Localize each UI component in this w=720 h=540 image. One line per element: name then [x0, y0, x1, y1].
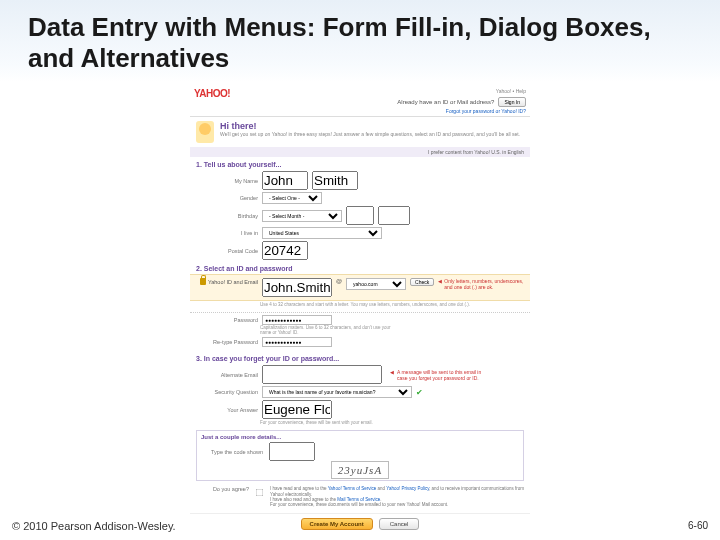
label-name: My Name	[196, 178, 258, 184]
birth-day-input[interactable]	[346, 206, 374, 225]
password-input[interactable]	[262, 315, 332, 325]
tos-link[interactable]: Yahoo! Terms of Service	[328, 486, 377, 491]
label-gender: Gender	[196, 195, 258, 201]
agree-text: I have read and agree to the Yahoo! Term…	[270, 486, 524, 508]
yahoo-signup-form: YAHOO! Yahoo! • Help Already have an ID …	[190, 86, 530, 535]
label-answer: Your Answer	[196, 407, 258, 413]
captcha-input[interactable]	[269, 442, 315, 461]
gender-select[interactable]: - Select One -	[262, 192, 322, 204]
signin-button[interactable]: Sign In	[498, 97, 526, 107]
arrow-left-icon: ◀	[438, 278, 442, 284]
label-retype: Re-type Password	[196, 339, 258, 345]
preference-bar[interactable]: I prefer content from Yahoo! U.S. in Eng…	[190, 147, 530, 157]
id-hint: Only letters, numbers, underscores, and …	[444, 278, 524, 290]
copyright-text: © 2010 Pearson Addison-Wesley.	[12, 520, 176, 532]
label-postal: Postal Code	[196, 248, 258, 254]
alt-email-tip: A message will be sent to this email in …	[397, 369, 486, 381]
agree-checkbox[interactable]	[256, 489, 264, 497]
alt-email-input[interactable]	[262, 365, 382, 384]
section-2-header: 2. Select an ID and password	[190, 261, 530, 274]
birth-month-select[interactable]: - Select Month -	[262, 210, 342, 222]
label-livein: I live in	[196, 230, 258, 236]
greeting-desc: We'll get you set up on Yahoo! in three …	[220, 131, 524, 137]
arrow-left-icon: ◀	[390, 369, 394, 375]
couple-more-header: Just a couple more details...	[201, 434, 519, 440]
slide-title: Data Entry with Menus: Form Fill-in, Dia…	[28, 12, 692, 74]
mail-tos-link[interactable]: Mail Terms of Service	[337, 497, 380, 502]
label-password: Password	[196, 317, 258, 323]
page-number: 6-60	[688, 520, 708, 532]
section-3-header: 3. In case you forget your ID or passwor…	[190, 351, 530, 364]
forgot-link[interactable]: Forgot your password or Yahoo! ID?	[446, 108, 526, 114]
label-alt-email: Alternate Email	[196, 372, 258, 378]
check-button[interactable]: Check	[410, 278, 434, 286]
lock-icon	[200, 278, 206, 285]
last-name-input[interactable]	[312, 171, 358, 190]
first-name-input[interactable]	[262, 171, 308, 190]
label-yahooid: Yahoo! ID and Email	[208, 279, 258, 285]
postal-input[interactable]	[262, 241, 308, 260]
country-select[interactable]: United States	[262, 227, 382, 239]
check-icon: ✔	[416, 388, 423, 397]
section-1-header: 1. Tell us about yourself...	[190, 157, 530, 170]
yahoo-id-input[interactable]	[262, 278, 332, 297]
security-answer-input[interactable]	[262, 400, 332, 419]
top-links: Yahoo! • Help	[496, 88, 526, 94]
avatar-icon	[196, 121, 214, 143]
yahoo-logo: YAHOO!	[194, 88, 230, 114]
privacy-link[interactable]: Yahoo! Privacy Policy	[386, 486, 429, 491]
birth-year-input[interactable]	[378, 206, 410, 225]
label-agree: Do you agree?	[196, 486, 249, 492]
captcha-image: 23yuJsA	[331, 461, 389, 479]
domain-select[interactable]: yahoo.com	[346, 278, 406, 290]
signin-prompt: Already have an ID or Mail address?	[397, 99, 494, 105]
id-subhint: Use 4 to 32 characters and start with a …	[260, 301, 530, 310]
label-sec-q: Security Question	[196, 389, 258, 395]
greeting-title: Hi there!	[220, 121, 524, 131]
password-hint: Capitalization matters. Use 6 to 32 char…	[260, 326, 400, 336]
retype-password-input[interactable]	[262, 337, 332, 347]
security-note: For your convenience, these will be sent…	[260, 421, 400, 426]
label-birthday: Birthday	[196, 213, 258, 219]
security-question-select[interactable]: What is the last name of your favorite m…	[262, 386, 412, 398]
label-captcha: Type the code shown	[201, 449, 263, 455]
